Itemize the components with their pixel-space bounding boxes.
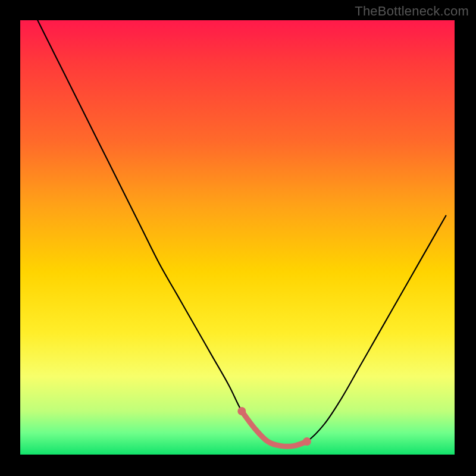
chart-frame: TheBottleneck.com [0, 0, 476, 476]
watermark-text: TheBottleneck.com [355, 4, 469, 19]
bottleneck-highlight-path [242, 411, 307, 446]
highlight-end-dot [303, 437, 311, 446]
highlight-start-dot [237, 407, 246, 415]
plot-area [20, 20, 455, 455]
curve-svg [20, 20, 455, 455]
bottleneck-curve-path [37, 20, 446, 446]
